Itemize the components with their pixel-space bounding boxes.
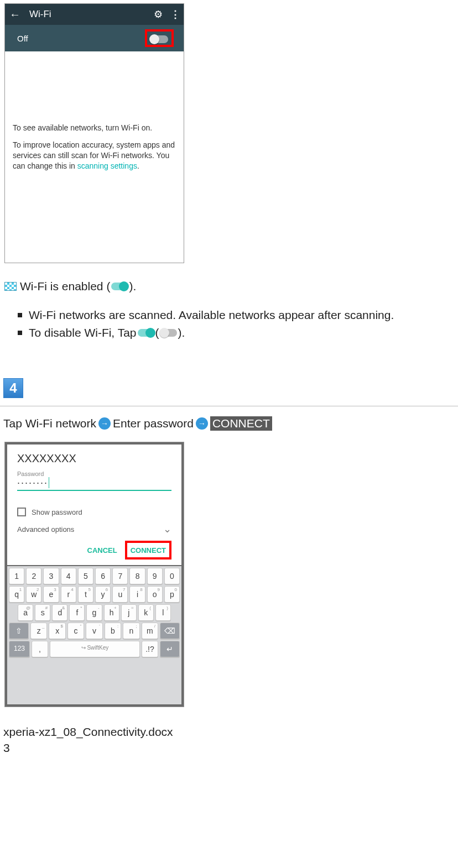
- keyboard-key[interactable]: s#: [35, 604, 50, 621]
- step-4-badge: 4: [3, 378, 23, 398]
- wifi-enabled-caption: Wi-Fi is enabled ( ).: [0, 280, 458, 293]
- info-text-1: To see available networks, turn Wi-Fi on…: [13, 123, 176, 132]
- keyboard-key[interactable]: k(: [138, 604, 154, 621]
- footer: xperia-xz1_08_Connectivity.docx 3: [3, 724, 458, 756]
- keyboard-key[interactable]: h+: [104, 604, 119, 621]
- show-password-row[interactable]: Show password: [17, 508, 171, 516]
- keyboard-key[interactable]: ⌫: [160, 623, 180, 639]
- highlight-box: CONNECT: [125, 541, 171, 560]
- keyboard-key[interactable]: p0: [164, 586, 180, 603]
- arrow-right-icon: →: [196, 417, 208, 430]
- wifi-toggle[interactable]: [150, 35, 168, 43]
- keyboard-key[interactable]: z_: [30, 623, 47, 639]
- more-dots-icon[interactable]: ⋮: [170, 8, 179, 20]
- keyboard-key[interactable]: n;: [123, 623, 139, 639]
- highlight-box: [145, 29, 174, 46]
- keyboard-key[interactable]: 123: [9, 641, 30, 657]
- keyboard-key[interactable]: i8: [129, 586, 145, 603]
- keyboard-key[interactable]: ,: [32, 641, 48, 657]
- password-input[interactable]: ········: [17, 477, 171, 491]
- advanced-options-row[interactable]: Advanced options ⌄: [17, 523, 171, 535]
- info-text-2: To improve location accuracy, system app…: [13, 140, 176, 171]
- scanning-settings-link[interactable]: scanning settings: [77, 161, 137, 170]
- wifi-toggle-label: Off: [17, 34, 28, 43]
- connect-button[interactable]: CONNECT: [131, 546, 166, 555]
- keyboard-key[interactable]: t5: [78, 586, 93, 603]
- toggle-on-icon: [111, 283, 128, 290]
- keyboard-key[interactable]: x$: [49, 623, 65, 639]
- checkbox-icon[interactable]: [17, 508, 26, 516]
- keyboard-key[interactable]: 3: [43, 568, 59, 584]
- divider: [0, 406, 458, 406]
- keyboard-key[interactable]: d&: [52, 604, 67, 621]
- keyboard-key[interactable]: 0: [164, 568, 180, 584]
- connect-label-badge: CONNECT: [210, 416, 272, 431]
- keyboard-key[interactable]: 1: [9, 568, 24, 584]
- keyboard-key[interactable]: c": [67, 623, 84, 639]
- keyboard-key[interactable]: b:: [105, 623, 121, 639]
- keyboard-key[interactable]: 9: [147, 568, 163, 584]
- dialog-buttons: CANCEL CONNECT: [17, 541, 171, 560]
- page-number: 3: [3, 740, 458, 756]
- back-arrow-icon[interactable]: ←: [9, 8, 20, 21]
- chevron-down-icon: ⌄: [163, 523, 171, 535]
- keyboard-key[interactable]: l): [155, 604, 171, 621]
- keyboard-key[interactable]: 5: [78, 568, 93, 584]
- password-label: Password: [17, 470, 171, 477]
- bullet-1: Wi-Fi networks are scanned. Available ne…: [18, 308, 458, 322]
- toggle-on-icon: [138, 329, 154, 337]
- keyboard-key[interactable]: 4: [61, 568, 76, 584]
- bullet-list: Wi-Fi networks are scanned. Available ne…: [18, 308, 458, 339]
- keyboard-key[interactable]: .!?: [142, 641, 158, 657]
- keyboard-key[interactable]: u7: [112, 586, 128, 603]
- soft-keyboard: 1234567890 q1w2e3r4t5y6u7i8o9p0 a@s#d&f*…: [7, 566, 181, 704]
- app-bar: ← Wi-Fi ⚙ ⋮: [5, 4, 184, 25]
- keyboard-key[interactable]: e3: [43, 586, 59, 603]
- toggle-off-icon: [160, 329, 177, 337]
- app-bar-title: Wi-Fi: [29, 9, 154, 20]
- arrow-right-icon: →: [98, 417, 111, 430]
- filename: xperia-xz1_08_Connectivity.docx: [3, 724, 458, 740]
- keyboard-key[interactable]: j=: [121, 604, 137, 621]
- wifi-screen-body: To see available networks, turn Wi-Fi on…: [5, 118, 184, 177]
- keyboard-key[interactable]: o9: [147, 586, 163, 603]
- keyboard-key[interactable]: 8: [129, 568, 145, 584]
- flag-icon: [4, 282, 17, 291]
- network-name: XXXXXXXX: [17, 452, 171, 465]
- bullet-2: To disable Wi-Fi, Tap ( ).: [18, 326, 458, 339]
- gear-icon[interactable]: ⚙: [154, 8, 163, 20]
- wifi-toggle-bar: Off: [5, 25, 184, 51]
- bullet-square-icon: [18, 331, 22, 335]
- step-4-instruction: Tap Wi-Fi network → Enter password → CON…: [3, 416, 458, 431]
- wifi-password-dialog: XXXXXXXX Password ········ Show password…: [7, 445, 181, 565]
- keyboard-key[interactable]: a@: [18, 604, 33, 621]
- keyboard-key[interactable]: q1: [9, 586, 24, 603]
- keyboard-key[interactable]: v': [86, 623, 102, 639]
- keyboard-key[interactable]: 6: [95, 568, 111, 584]
- keyboard-key[interactable]: m/: [142, 623, 158, 639]
- keyboard-key[interactable]: ⇧: [9, 623, 29, 639]
- keyboard-key[interactable]: y6: [95, 586, 111, 603]
- keyboard-key[interactable]: r4: [61, 586, 76, 603]
- keyboard-key[interactable]: w2: [26, 586, 41, 603]
- wifi-settings-screenshot: ← Wi-Fi ⚙ ⋮ Off To see available network…: [4, 3, 184, 263]
- cancel-button[interactable]: CANCEL: [83, 543, 122, 558]
- bullet-square-icon: [18, 313, 22, 317]
- keyboard-key[interactable]: ↪ SwiftKey: [50, 641, 140, 657]
- keyboard-key[interactable]: f*: [69, 604, 85, 621]
- keyboard-key[interactable]: 7: [112, 568, 128, 584]
- keyboard-key[interactable]: ↵: [160, 641, 180, 657]
- wifi-password-screenshot: XXXXXXXX Password ········ Show password…: [4, 442, 184, 707]
- keyboard-key[interactable]: g-: [86, 604, 102, 621]
- keyboard-key[interactable]: 2: [26, 568, 41, 584]
